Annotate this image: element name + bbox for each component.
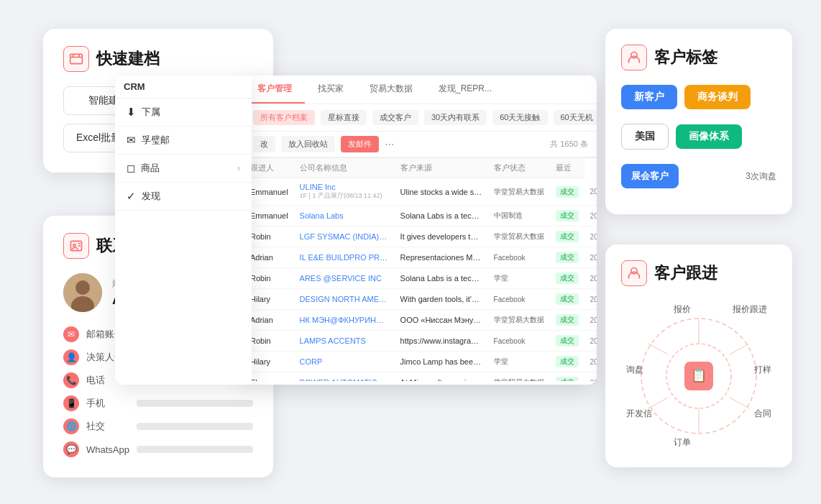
tags-row-3: 展会客户 3次询盘 [621,164,776,188]
table-row[interactable]: Hilary DESIGN NORTH AMERICA INC With gar… [244,289,597,310]
sidebar-item-subordinate[interactable]: ⬇ 下属 [115,98,252,127]
cell-source: 学堂贸易大数据 [488,310,550,331]
cell-contact: Elroy [244,372,294,382]
node-kaifaxin: 开发信 [626,408,652,420]
table-row[interactable]: Adrian IL E&E BUILDPRO PRIVATE LIMITED R… [244,247,597,268]
new-customer-tag[interactable]: 新客户 [621,85,677,109]
email-icon: ✉ [127,134,136,147]
cell-source: Facebook [488,289,550,310]
sidebar-item-discover[interactable]: ✓ 发现 [115,183,252,211]
more-actions-button[interactable]: ··· [385,138,394,151]
filter-bar: 所有客户档案 星标直接 成交客户 30天内有联系 60天无接触 60天无机 展开… [244,104,597,132]
col-contact: 跟进人 [244,158,294,178]
followup-card-header: 客户跟进 [621,260,776,286]
cell-desc: Representaciones Médicas del ... [395,247,488,268]
field-whatsapp: 💬 WhatsApp [63,441,253,457]
cell-source: 学堂贸易大数据 [488,226,550,247]
cell-desc: ООО «Ниссан Мэнуфэктуринг...», [395,310,488,331]
whatsapp-value [137,446,253,453]
filter-30days[interactable]: 30天内有联系 [424,110,487,125]
cell-source: Facebook [488,247,550,268]
tags-content: 新客户 商务谈判 美国 画像体系 展会客户 3次询盘 [621,85,776,196]
followup-circle-svg: 📋 [623,301,774,452]
role-icon: 👤 [63,349,79,365]
cell-status: 成交 [550,178,584,206]
mobile-label: 手机 [86,397,129,410]
node-xunpan: 询盘 [626,364,643,376]
tags-card-title: 客户标签 [654,47,717,68]
crm-table-card: 客户管理 找买家 贸易大数据 发现_REPR... 所有客户档案 星标直接 成交… [244,75,597,385]
cell-contact: Adrian [244,310,294,331]
filter-60days-no-touch[interactable]: 60天无机 [554,110,597,125]
node-baojia-gj: 报价跟进 [733,303,767,316]
quick-card-icon [63,46,89,72]
social-value [137,423,253,430]
table-row[interactable]: Elroy POWER AUTOMATION LTD SIEME At Micr… [244,372,597,382]
table-body: Emmanuel ULINE Inc 1F | 1 产品展厅(08/13 11:… [244,178,597,382]
cell-date: 2023 [584,310,597,331]
cell-status: 成交 [550,310,584,331]
edit-action-button[interactable]: 改 [253,136,275,152]
filter-60days-no-contact[interactable]: 60天无接触 [492,110,547,125]
discover-icon: ✓ [127,190,136,203]
tab-discover[interactable]: 发现_REPR... [426,75,505,104]
mobile-icon: 📱 [63,395,79,411]
svg-rect-0 [70,54,83,63]
table-row[interactable]: Emmanuel ULINE Inc 1F | 1 产品展厅(08/13 11:… [244,178,597,206]
table-row[interactable]: Robin LAMPS ACCENTS https://www.instagra… [244,331,597,352]
table-row[interactable]: Adrian НК МЭН@ФКНУРИН© РУС ООО «Ниссан М… [244,310,597,331]
table-scroll-area[interactable]: 跟进人 公司名称信息 客户来源 客户状态 最近 Emmanuel ULINE I… [244,158,597,381]
cell-contact: Emmanuel [244,178,294,206]
svg-line-16 [730,398,749,408]
filter-deal[interactable]: 成交客户 [372,110,418,125]
sidebar-label-subordinate: 下属 [142,106,160,119]
tags-row-1: 新客户 商务谈判 [621,85,776,109]
sidebar-item-email[interactable]: ✉ 孚璧邮 [115,127,252,155]
tab-find-buyer[interactable]: 找买家 [305,75,357,104]
sidebar-item-goods[interactable]: ◻ 商品 › [115,155,252,183]
cell-status: 成交 [550,372,584,382]
crm-data-table: 跟进人 公司名称信息 客户来源 客户状态 最近 Emmanuel ULINE I… [244,158,597,381]
business-negotiation-tag[interactable]: 商务谈判 [684,85,751,109]
email-action-button[interactable]: 发邮件 [341,136,379,152]
cell-contact: Adrian [244,247,294,268]
tags-card-icon [621,45,647,70]
whatsapp-icon: 💬 [63,441,79,457]
svg-point-2 [73,244,75,247]
tab-trade-data[interactable]: 贸易大数据 [357,75,426,104]
followup-card-title: 客户跟进 [654,262,717,284]
cell-contact: Emmanuel [244,206,294,226]
cell-company: Solana Labs [294,206,395,226]
social-icon: 🌐 [63,418,79,434]
table-row[interactable]: Hilary CORP Jimco Lamp has been serving … [244,352,597,372]
avatar [63,273,102,312]
col-source: 客户来源 [395,158,488,178]
total-count: 共 1650 条 [550,139,588,150]
cell-date: 2023-03-26 [584,268,597,289]
chevron-right-icon: › [237,163,240,173]
trash-action-button[interactable]: 放入回收站 [281,136,335,152]
cell-date: 2023 [584,206,597,226]
cell-date: 2023-04 [584,289,597,310]
cell-status: 成交 [550,247,584,268]
table-row[interactable]: Robin ARES @SERVICE INC Solana Labs is a… [244,268,597,289]
node-baojia: 报价 [674,303,691,316]
table-row[interactable]: Emmanuel Solana Labs Solana Labs is a te… [244,206,597,226]
filter-all[interactable]: 所有客户档案 [253,110,315,125]
usa-tag[interactable]: 美国 [621,124,669,150]
cell-source: 学堂 [488,352,550,372]
profile-system-tag[interactable]: 画像体系 [676,124,742,149]
cell-desc: https://www.instagram.com/wil... [395,331,488,352]
filter-star[interactable]: 星标直接 [321,110,367,125]
field-social: 🌐 社交 [63,418,253,434]
cell-company: ULINE Inc 1F | 1 产品展厅(08/13 11:42) [294,178,395,206]
sidebar-label-discover: 发现 [142,190,160,203]
table-row[interactable]: Robin LGF SYSMAC (INDIA) PVT LTD It give… [244,226,597,247]
cell-desc: With garden tools, it's all about ... [395,289,488,310]
cell-source: 学堂贸易大数据 [488,178,550,206]
cell-company: DESIGN NORTH AMERICA INC [294,289,395,310]
tab-customer-management[interactable]: 客户管理 [244,75,305,104]
exhibition-customer-tag[interactable]: 展会客户 [621,164,679,188]
cell-source: Facebook [488,331,550,352]
cell-company: LGF SYSMAC (INDIA) PVT LTD [294,226,395,247]
